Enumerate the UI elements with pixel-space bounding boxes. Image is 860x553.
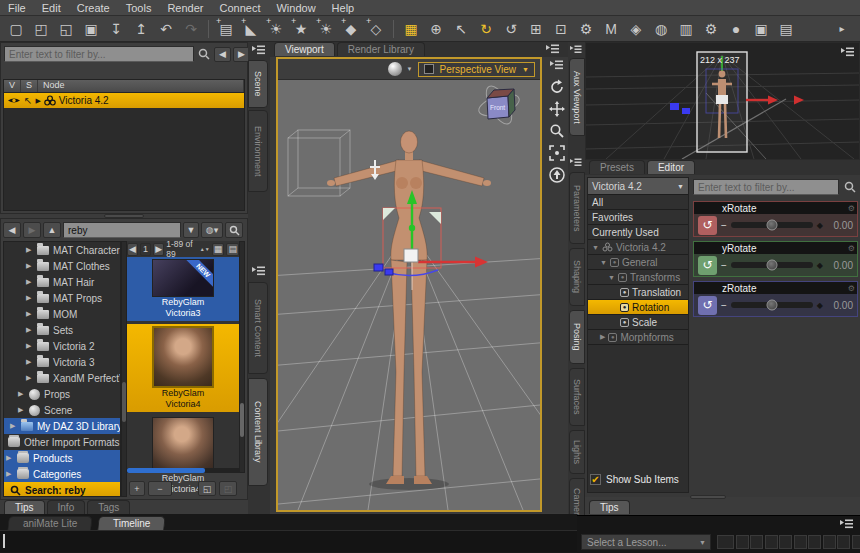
filter-dropdown-icon[interactable]: ▼ (183, 222, 199, 238)
scale-tool-icon[interactable]: ⊡ (549, 18, 573, 40)
checkbox-checked-icon[interactable]: ✔ (590, 474, 601, 485)
list-item-favorites[interactable]: Favorites (588, 210, 688, 225)
duplicate-page-icon[interactable]: ◱ (198, 481, 216, 496)
tab-viewport[interactable]: Viewport (274, 42, 335, 56)
render-icon[interactable]: ▤ (774, 18, 798, 40)
tab-animate-lite[interactable]: aniMate Lite (7, 516, 93, 530)
draw-style-icon[interactable] (388, 62, 402, 76)
tab-presets[interactable]: Presets (589, 160, 645, 174)
tab-scene[interactable]: Scene (248, 60, 268, 108)
right-splitter[interactable] (690, 495, 726, 499)
tab-timeline[interactable]: Timeline (98, 516, 167, 530)
nav-forward-icon[interactable]: ▶ (23, 222, 41, 238)
tree-item-scale[interactable]: ●Scale (588, 315, 688, 330)
tree-scrollbar-thumb[interactable] (122, 382, 126, 422)
view-cube[interactable]: Front (475, 81, 523, 129)
menu-window[interactable]: Window (276, 2, 315, 14)
prev-selection-icon[interactable]: ◀ (214, 47, 231, 62)
delete-page-icon[interactable]: ◰ (219, 481, 237, 496)
menu-create[interactable]: Create (77, 2, 110, 14)
select-cursor-icon[interactable]: ↖ (24, 95, 32, 106)
menu-connect[interactable]: Connect (220, 2, 261, 14)
tree-item-my-daz-library[interactable]: ▶My DAZ 3D Library (4, 418, 120, 434)
tree-item-victoria[interactable]: ▼Victoria 4.2 (588, 240, 688, 255)
tree-item-rotation[interactable]: ●Rotation (588, 300, 688, 315)
aux-viewport[interactable]: 212 x 237 (585, 42, 860, 160)
camera-settings-icon[interactable]: ▣ (749, 18, 773, 40)
open-recent-icon[interactable]: ◱ (54, 18, 78, 40)
slider-value[interactable]: 0.00 (827, 220, 853, 231)
zoom-camera-icon[interactable] (549, 123, 565, 139)
viewport-3d-scene[interactable] (278, 80, 540, 510)
tab-shaping[interactable]: Shaping (569, 248, 585, 306)
viewport-lights-icon[interactable]: ▦ (399, 18, 423, 40)
page-spinner[interactable]: ▲▼ (200, 247, 210, 251)
slider-decrement[interactable]: − (721, 300, 727, 311)
tree-item-products[interactable]: ▶Products (4, 450, 120, 466)
tab-render-library[interactable]: Render Library (337, 42, 425, 56)
grid-view-icon[interactable]: ▦ (212, 243, 225, 256)
tab-tips[interactable]: Tips (4, 500, 45, 514)
translate-tool-icon[interactable]: ⊞ (524, 18, 548, 40)
thumbnail-scrollbar[interactable] (239, 241, 245, 473)
lesson-step-button[interactable] (823, 535, 836, 549)
search-icon[interactable] (842, 179, 858, 195)
camera-selector[interactable]: Perspective View ▼ (418, 62, 535, 77)
tree-item-search-result[interactable]: Search: reby (4, 482, 120, 497)
new-file-icon[interactable]: ▢ (4, 18, 28, 40)
slider-increment[interactable]: ◆ (817, 301, 823, 310)
new-null-icon[interactable]: ◇ (364, 18, 388, 40)
slider-knob[interactable] (766, 260, 777, 271)
tab-editor[interactable]: Editor (647, 160, 695, 174)
tab-surfaces[interactable]: Surfaces (569, 368, 585, 426)
thumbnail-hscrollbar[interactable] (127, 468, 239, 473)
reset-camera-icon[interactable] (549, 167, 565, 183)
tab-smart-content[interactable]: Smart Content (248, 282, 268, 374)
orbit-camera-icon[interactable] (549, 79, 565, 95)
search-icon[interactable] (196, 46, 212, 62)
slider-increment[interactable]: ◆ (817, 261, 823, 270)
slider-decrement[interactable]: − (721, 260, 727, 271)
menu-render[interactable]: Render (167, 2, 203, 14)
new-primitive-icon[interactable]: ◆ (339, 18, 363, 40)
slider-knob[interactable] (766, 220, 777, 231)
tab-aux-viewport[interactable]: Aux Viewport (569, 58, 585, 136)
lesson-step-button[interactable] (717, 535, 734, 549)
frame-camera-icon[interactable] (549, 145, 565, 161)
toolbar-overflow-icon[interactable]: ▸ (830, 18, 854, 40)
slider-decrement[interactable]: − (721, 220, 727, 231)
content-search-input[interactable] (63, 222, 181, 238)
tree-item-morphforms[interactable]: ▶●Morphforms (588, 330, 688, 345)
pane-menu-icon[interactable] (252, 266, 266, 277)
tree-item-props[interactable]: ▶Props (4, 386, 120, 402)
pan-camera-icon[interactable] (549, 101, 565, 117)
save-icon[interactable]: ▣ (79, 18, 103, 40)
gear-icon[interactable]: ⚙ (848, 204, 855, 213)
pane-menu-icon[interactable] (841, 47, 855, 58)
thumbnail-image[interactable]: NEW (152, 259, 214, 297)
tree-item-categories[interactable]: ▶Categories (4, 466, 120, 482)
figure-selector[interactable]: Victoria 4.2▼ (588, 178, 688, 195)
tree-item-general[interactable]: ▼●General (588, 255, 688, 270)
tree-item[interactable]: ▶XandM PerfectV4... (4, 370, 120, 386)
powerpose-tool-icon[interactable]: M (599, 18, 623, 40)
tab-posing[interactable]: Posing (569, 310, 585, 364)
lesson-step-button[interactable] (794, 535, 807, 549)
tab-content-library[interactable]: Content Library (248, 378, 268, 486)
pane-menu-icon[interactable] (550, 60, 564, 71)
thumbnail-image[interactable] (152, 417, 214, 473)
page-next-icon[interactable]: ▶ (153, 243, 164, 256)
pane-menu-icon[interactable] (546, 44, 560, 55)
geometry-tool-icon[interactable]: ◈ (624, 18, 648, 40)
slider-knob[interactable] (766, 300, 777, 311)
render-settings-icon[interactable]: ▥ (674, 18, 698, 40)
expand-icon[interactable]: ▶ (35, 97, 40, 105)
slider-track[interactable] (731, 302, 813, 308)
menu-help[interactable]: Help (332, 2, 355, 14)
tree-item-scene[interactable]: ▶Scene (4, 402, 120, 418)
gear-icon[interactable]: ⚙ (848, 284, 855, 293)
tree-item-other-import[interactable]: Other Import Formats (4, 434, 120, 450)
menu-tools[interactable]: Tools (126, 2, 152, 14)
playhead[interactable] (3, 534, 5, 548)
thumbnail-item[interactable]: NEW RebyGlamVictoria3 (127, 257, 239, 321)
